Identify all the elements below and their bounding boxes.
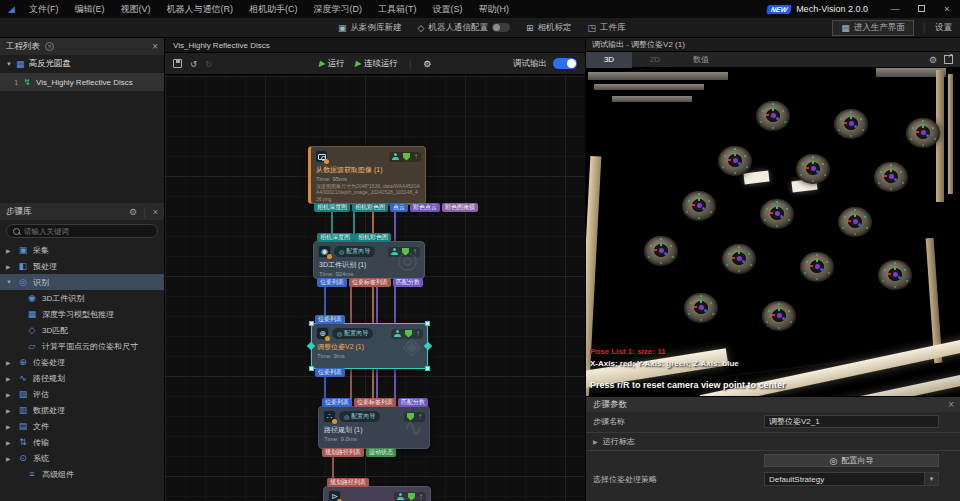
menu-item[interactable]: 深度学习(D) — [305, 0, 370, 18]
step-library-item[interactable]: ≡ 高级组件 — [0, 466, 164, 482]
step-library-item[interactable]: ◇ 3D匹配 — [0, 322, 164, 338]
robot-comm-config-button[interactable]: ◇ 机器人通信配置 — [418, 22, 510, 34]
close-button[interactable]: × — [934, 0, 960, 18]
chevron-down-icon[interactable]: ▼ — [924, 473, 938, 485]
menu-item[interactable]: 相机助手(C) — [241, 0, 306, 18]
input-port[interactable]: 位姿标签列表 — [354, 398, 396, 407]
collapse-arrow-icon[interactable]: ▼ — [6, 61, 12, 67]
input-port[interactable]: 位姿列表 — [315, 315, 345, 324]
input-port[interactable]: 位姿列表 — [322, 398, 352, 407]
node-capture-images[interactable]: ↑ 从数据源获取图像 (1) Time: 95ms 深度图图像尺寸为2048*1… — [308, 146, 426, 204]
step-library-item[interactable]: ▶ ▣ 采集 — [0, 242, 164, 258]
output-port[interactable]: 匹配分数 — [393, 278, 423, 287]
menu-item[interactable]: 机器人与通信(R) — [158, 0, 241, 18]
step-library-close-button[interactable]: × — [153, 207, 158, 217]
selection-handle[interactable] — [309, 366, 314, 371]
new-from-case-button[interactable]: ▣ 从案例库新建 — [338, 22, 402, 34]
camera-calibration-button[interactable]: ⊞ 相机标定 — [526, 22, 572, 34]
step-library-item[interactable]: ▶ ▥ 数据处理 — [0, 402, 164, 418]
output-port[interactable]: 位姿列表 — [315, 368, 345, 377]
expand-arrow-icon[interactable]: ▶ — [6, 247, 13, 254]
help-icon[interactable]: ? — [45, 42, 54, 51]
output-port[interactable]: 位姿列表 — [317, 278, 347, 287]
tab-values[interactable]: 数值 — [678, 52, 724, 68]
output-port[interactable]: 相机深度图 — [314, 203, 350, 212]
run-continuous-button[interactable]: ▶连续运行 — [355, 58, 398, 70]
tab-3d[interactable]: 3D — [586, 52, 632, 68]
step-library-item[interactable]: ▶ ∿ 路径规划 — [0, 370, 164, 386]
settings-button[interactable]: 设置 — [935, 22, 952, 34]
undo-icon[interactable]: ↺ — [190, 59, 197, 69]
redo-icon[interactable]: ↻ — [205, 59, 212, 69]
input-port[interactable]: 相机深度图 — [317, 233, 353, 242]
config-wizard-pill[interactable]: ◎配置向导 — [339, 411, 380, 422]
open-in-window-icon[interactable] — [944, 55, 953, 64]
tab-2d[interactable]: 2D — [632, 52, 678, 68]
menu-item[interactable]: 编辑(E) — [66, 0, 112, 18]
strategy-select[interactable]: DefaultStrategy ▼ — [764, 472, 939, 486]
step-library-item[interactable]: ▶ ⊙ 系统 — [0, 450, 164, 466]
3d-point-cloud-viewport[interactable]: Pose List 1: size: 11 X-Axis: red; Y-Axi… — [586, 68, 960, 396]
output-port[interactable]: 相机彩色图 — [352, 203, 388, 212]
input-port[interactable]: 匹配分数 — [398, 398, 428, 407]
save-icon[interactable] — [173, 59, 182, 68]
robot-comm-toggle[interactable] — [492, 23, 510, 32]
step-library-item[interactable]: ▶ ⇅ 传输 — [0, 434, 164, 450]
expand-arrow-icon[interactable]: ▶ — [6, 439, 13, 446]
output-port[interactable]: 规划路径列表 — [322, 448, 364, 457]
expand-arrow-icon[interactable]: ▶ — [593, 438, 598, 445]
menu-item[interactable]: 工具箱(T) — [370, 0, 425, 18]
node-path-planning[interactable]: 位姿列表 位姿标签列表 匹配分数 ∴ ◎配置向导 ↑ 路径规划 (1) Time… — [318, 406, 430, 449]
expand-arrow-icon[interactable]: ▶ — [6, 359, 13, 366]
project-tab[interactable]: Vis_Highly Reflective Discs — [173, 41, 270, 50]
step-library-item[interactable]: ▦ 深度学习模型包推理 — [0, 306, 164, 322]
view-settings-icon[interactable]: ⚙ — [929, 55, 937, 65]
output-port[interactable]: 位姿标签列表 — [349, 278, 391, 287]
selection-handle[interactable] — [425, 321, 430, 326]
project-item-row[interactable]: 1 ↯ Vis_Highly Reflective Discs — [0, 73, 164, 91]
output-port[interactable]: 运动状态 — [366, 448, 396, 457]
config-wizard-pill[interactable]: ◎配置向导 — [334, 246, 375, 257]
selection-handle[interactable] — [425, 366, 430, 371]
minimize-button[interactable]: — — [882, 0, 908, 18]
node-3d-workpiece-recognition[interactable]: 相机深度图 相机彩色图 ◉ ◎配置向导 ↑ 3D工件识别 (1) Time: 9… — [313, 241, 425, 279]
node-adjust-poses-v2[interactable]: 位姿列表 ⊕ ◎配置向导 ↑ 调整位姿V2 (1) Time: 9ms ◈ 位姿… — [311, 323, 428, 369]
step-library-item[interactable]: ▱ 计算平面点云的位姿和尺寸 — [0, 338, 164, 354]
connection-edge[interactable] — [394, 206, 396, 408]
menu-item[interactable]: 视图(V) — [112, 0, 158, 18]
maximize-button[interactable] — [908, 0, 934, 18]
output-port[interactable]: 彩色点云 — [410, 203, 440, 212]
menu-item[interactable]: 帮助(H) — [470, 0, 517, 18]
step-library-item[interactable]: ▶ ⊕ 位姿处理 — [0, 354, 164, 370]
expand-arrow-icon[interactable]: ▶ — [6, 423, 13, 430]
expand-arrow-icon[interactable]: ▶ — [6, 455, 13, 462]
expand-arrow-icon[interactable]: ▶ — [6, 375, 13, 382]
debug-output-toggle[interactable] — [553, 58, 577, 69]
output-port[interactable]: 点云 — [390, 203, 408, 212]
enter-production-button[interactable]: ▦ 进入生产界面 — [832, 20, 914, 36]
run-settings-icon[interactable]: ⚙ — [423, 59, 431, 69]
node-output[interactable]: 规划路径列表 ⊳ ↑ 输出 (1) Time: <1ms ▣ — [323, 486, 431, 501]
run-flags-section[interactable]: ▶ 运行标志 — [586, 432, 960, 451]
expand-arrow-icon[interactable]: ▼ — [6, 279, 13, 285]
step-library-settings-icon[interactable]: ⚙ — [129, 207, 137, 217]
step-library-item[interactable]: ◉ 3D工件识别 — [0, 290, 164, 306]
project-list-close-button[interactable]: × — [152, 41, 158, 52]
input-port[interactable]: 相机彩色图 — [355, 233, 391, 242]
step-search-box[interactable] — [6, 224, 158, 238]
config-wizard-pill[interactable]: ◎配置向导 — [332, 328, 373, 339]
selection-handle[interactable] — [309, 321, 314, 326]
workpiece-library-button[interactable]: ◳ 工件库 — [587, 22, 625, 34]
input-port[interactable]: 规划路径列表 — [327, 478, 369, 487]
node-graph-canvas[interactable]: ↑ 从数据源获取图像 (1) Time: 95ms 深度图图像尺寸为2048*1… — [165, 76, 585, 501]
step-parameters-close-button[interactable]: × — [948, 399, 954, 410]
expand-arrow-icon[interactable]: ▶ — [6, 407, 13, 414]
step-library-item[interactable]: ▼ ◎ 识别 — [0, 274, 164, 290]
config-wizard-button[interactable]: ◎ 配置向导 — [764, 454, 939, 467]
step-search-input[interactable] — [24, 227, 134, 236]
run-button[interactable]: ▶运行 — [319, 58, 345, 70]
expand-arrow-icon[interactable]: ▶ — [6, 263, 13, 270]
menu-item[interactable]: 文件(F) — [21, 0, 67, 18]
output-port[interactable]: 彩色图掩膜 — [442, 203, 478, 212]
step-library-item[interactable]: ▶ ▤ 文件 — [0, 418, 164, 434]
